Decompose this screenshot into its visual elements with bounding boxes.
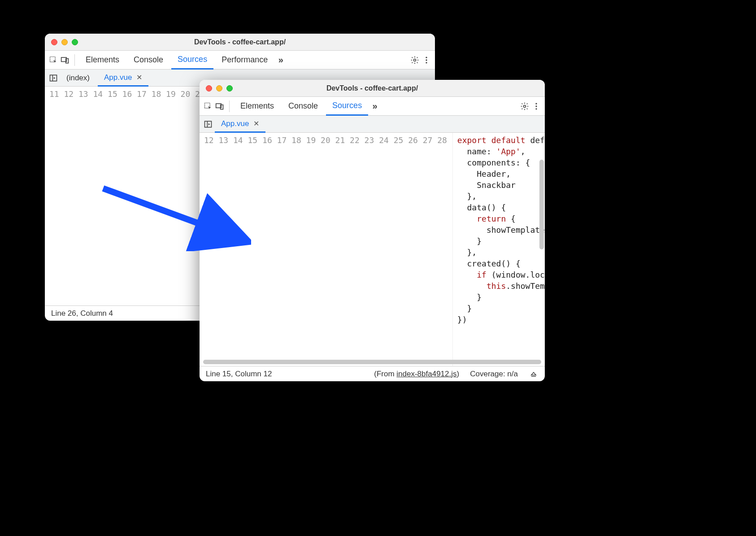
file-tab-label: App.vue <box>221 119 249 128</box>
title-bar[interactable]: DevTools - coffee-cart.app/ <box>45 34 435 51</box>
file-tab-app-vue[interactable]: App.vue ✕ <box>215 116 265 133</box>
file-tab-app-vue[interactable]: App.vue ✕ <box>98 70 148 87</box>
settings-gear-icon[interactable] <box>410 55 420 65</box>
window-title: DevTools - coffee-cart.app/ <box>45 38 435 46</box>
close-traffic-light[interactable] <box>51 39 57 45</box>
code-content[interactable]: export default defineComponent({ name: '… <box>453 133 545 366</box>
toggle-nav-panel-icon[interactable] <box>48 73 58 83</box>
eject-icon[interactable] <box>529 369 539 379</box>
more-tabs-chevron-icon[interactable]: » <box>276 55 286 65</box>
svg-rect-7 <box>50 75 57 81</box>
settings-gear-icon[interactable] <box>520 101 530 111</box>
source-map-from: (From index-8bfa4912.js) <box>374 370 459 379</box>
horizontal-scrollbar[interactable] <box>203 360 541 364</box>
tab-sources[interactable]: Sources <box>326 97 368 116</box>
svg-point-6 <box>426 62 427 63</box>
kebab-menu-icon[interactable] <box>421 55 431 65</box>
window-title: DevTools - coffee-cart.app/ <box>200 84 545 92</box>
kebab-menu-icon[interactable] <box>531 101 541 111</box>
title-bar[interactable]: DevTools - coffee-cart.app/ <box>200 80 545 97</box>
more-tabs-chevron-icon[interactable]: » <box>370 101 380 111</box>
close-traffic-light[interactable] <box>206 85 212 92</box>
minimize-traffic-light[interactable] <box>61 39 68 45</box>
tab-performance[interactable]: Performance <box>215 51 274 69</box>
code-editor[interactable]: 12 13 14 15 16 17 18 19 20 21 22 23 24 2… <box>200 133 545 366</box>
svg-point-15 <box>535 108 537 109</box>
tab-elements[interactable]: Elements <box>79 51 126 69</box>
file-tab-index[interactable]: (index) <box>60 70 96 86</box>
minimize-traffic-light[interactable] <box>216 85 222 92</box>
svg-point-12 <box>524 105 526 107</box>
device-toolbar-icon[interactable] <box>215 101 225 111</box>
status-bar: Line 15, Column 12 (From index-8bfa4912.… <box>200 366 545 381</box>
zoom-traffic-light[interactable] <box>72 39 78 45</box>
file-tab-label: App.vue <box>104 73 132 82</box>
devtools-tab-strip: Elements Console Sources » <box>200 97 545 116</box>
svg-point-14 <box>535 105 537 107</box>
line-gutter: 12 13 14 15 16 17 18 19 20 21 22 23 24 2… <box>200 133 453 366</box>
file-tab-strip: App.vue ✕ <box>200 116 545 133</box>
svg-point-3 <box>414 59 416 61</box>
tab-console[interactable]: Console <box>282 97 324 115</box>
inspect-element-icon[interactable] <box>203 101 213 111</box>
cursor-position: Line 26, Column 4 <box>51 309 113 318</box>
svg-point-4 <box>426 57 427 58</box>
devtools-window-2: DevTools - coffee-cart.app/ Elements Con… <box>200 80 545 381</box>
coverage-status: Coverage: n/a <box>470 370 518 379</box>
svg-rect-16 <box>205 121 212 127</box>
source-map-link[interactable]: index-8bfa4912.js <box>396 370 456 378</box>
file-tab-label: (index) <box>66 74 90 83</box>
zoom-traffic-light[interactable] <box>226 85 233 92</box>
vertical-scrollbar[interactable] <box>539 160 544 249</box>
tab-console[interactable]: Console <box>127 51 169 69</box>
cursor-position: Line 15, Column 12 <box>206 370 272 379</box>
svg-point-5 <box>426 59 427 61</box>
svg-point-13 <box>535 103 537 104</box>
toggle-nav-panel-icon[interactable] <box>203 119 213 129</box>
close-tab-icon[interactable]: ✕ <box>136 73 142 82</box>
tab-elements[interactable]: Elements <box>234 97 280 115</box>
close-tab-icon[interactable]: ✕ <box>253 119 259 128</box>
devtools-tab-strip: Elements Console Sources Performance » <box>45 51 435 70</box>
inspect-element-icon[interactable] <box>48 55 58 65</box>
tab-sources[interactable]: Sources <box>171 51 213 70</box>
device-toolbar-icon[interactable] <box>60 55 70 65</box>
